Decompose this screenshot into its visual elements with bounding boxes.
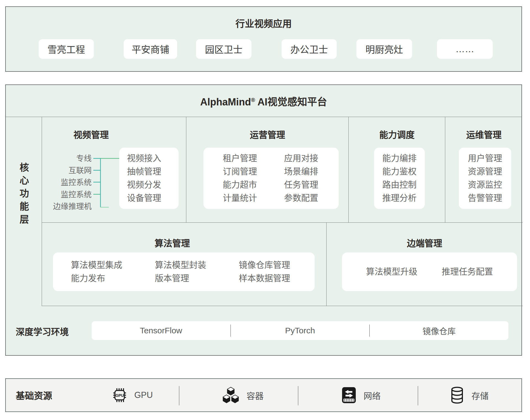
algorithm-management-title: 算法管理 xyxy=(131,238,214,249)
edge-item: 算法模型升级 xyxy=(366,267,417,277)
section-edge-management: 边端管理 算法模型升级 推理任务配置 xyxy=(327,223,523,306)
dl-item-label: TensorFlow xyxy=(140,326,182,335)
algo-item: 算法模型封装 xyxy=(155,260,206,270)
infra-item-label: GPU xyxy=(134,390,153,400)
infra-storage: 存储 xyxy=(449,379,489,411)
algo-item: 样本数据管理 xyxy=(239,273,290,284)
dl-item-pytorch: PyTorch xyxy=(231,321,370,340)
infra-network: 网络 xyxy=(341,379,381,411)
industry-title: 行业视频应用 xyxy=(6,18,521,29)
section-video-management: 视频管理 专线 互联网 监控系统 监控系统 边缘推理机 xyxy=(42,117,186,222)
infra-divider xyxy=(298,386,298,405)
video-source: 互联网 xyxy=(47,165,92,177)
gpu-chip-text: GPU xyxy=(115,393,124,398)
algorithm-management-box: 算法模型集成 能力发布 算法模型封装 版本管理 镜像仓库管理 样本数据管理 xyxy=(53,252,315,291)
video-item: 视频分发 xyxy=(127,180,179,190)
core-function-layer-column: 核心功能层 xyxy=(6,117,42,306)
base-resources-label: 基础资源 xyxy=(16,379,52,411)
dl-item-image-repo: 镜像仓库 xyxy=(370,321,508,340)
om-item: 用户管理 xyxy=(468,153,502,164)
app-chip-ellipsis: …… xyxy=(437,39,493,59)
video-source-connector xyxy=(92,155,122,210)
section-om-management: 运维管理 用户管理 资源管理 资源监控 告警管理 xyxy=(445,117,523,222)
deep-learning-pill: TensorFlow PyTorch 镜像仓库 xyxy=(92,321,508,340)
edge-item: 推理任务配置 xyxy=(442,267,493,277)
platform-brand: AlphaMind xyxy=(200,96,251,108)
om-management-box: 用户管理 资源管理 资源监控 告警管理 xyxy=(459,148,511,209)
core-row-2: 算法管理 算法模型集成 能力发布 算法模型封装 版本管理 镜像仓库管理 样本数据… xyxy=(42,223,523,306)
gpu-chip-icon: GPU xyxy=(112,387,128,403)
base-resources-panel: 基础资源 GPU GPU xyxy=(5,378,522,412)
video-source: 监控系统 xyxy=(47,177,92,188)
architecture-diagram: 行业视频应用 雪亮工程 平安商铺 园区卫士 办公卫士 明厨亮灶 …… Alpha… xyxy=(0,0,530,420)
network-switch-icon xyxy=(341,387,357,404)
section-capability-scheduling: 能力调度 能力编排 能力鉴权 路由控制 推理分析 xyxy=(349,117,445,222)
app-chip-pingan: 平安商铺 xyxy=(124,39,177,59)
om-management-title: 运维管理 xyxy=(445,129,523,140)
video-source: 边缘推理机 xyxy=(47,201,92,212)
sched-item: 推理分析 xyxy=(382,193,417,203)
video-source: 专线 xyxy=(47,153,92,164)
app-chip-label: 明厨亮灶 xyxy=(365,42,403,56)
video-management-box: 视频接入 抽帧管理 视频分发 设备管理 xyxy=(119,148,179,209)
core-row-1: 视频管理 专线 互联网 监控系统 监控系统 边缘推理机 xyxy=(42,117,523,223)
infra-container: 容器 xyxy=(222,379,264,411)
video-item: 视频接入 xyxy=(127,153,179,164)
algo-item: 能力发布 xyxy=(71,273,122,284)
section-operations-management: 运营管理 租户管理 订阅管理 能力超市 计量统计 应用对接 场景编排 任务管理 … xyxy=(186,117,349,222)
operations-management-title: 运营管理 xyxy=(186,129,349,140)
ops-item: 场景编排 xyxy=(284,166,318,177)
infra-item-label: 存储 xyxy=(471,389,489,402)
infra-item-label: 网络 xyxy=(364,389,381,402)
video-item: 抽帧管理 xyxy=(127,166,179,177)
operations-management-box: 租户管理 订阅管理 能力超市 计量统计 应用对接 场景编排 任务管理 参数配置 xyxy=(203,148,339,209)
video-item: 设备管理 xyxy=(127,193,179,203)
ops-item: 能力超市 xyxy=(223,180,257,190)
deep-learning-row: 深度学习环境 TensorFlow PyTorch 镜像仓库 xyxy=(6,306,523,356)
sched-item: 路由控制 xyxy=(382,180,417,190)
app-chip-bangong: 办公卫士 xyxy=(282,39,337,59)
edge-management-title: 边端管理 xyxy=(327,238,523,249)
section-algorithm-management: 算法管理 算法模型集成 能力发布 算法模型封装 版本管理 镜像仓库管理 样本数据… xyxy=(42,223,327,306)
infra-divider xyxy=(179,386,179,405)
om-item: 资源管理 xyxy=(468,166,502,177)
app-chip-xueliang: 雪亮工程 xyxy=(39,39,94,59)
industry-apps-panel: 行业视频应用 雪亮工程 平安商铺 园区卫士 办公卫士 明厨亮灶 …… xyxy=(5,6,522,72)
video-source: 监控系统 xyxy=(47,189,92,201)
algo-col-1: 算法模型集成 能力发布 xyxy=(71,252,122,291)
ops-item: 订阅管理 xyxy=(223,166,257,177)
platform-title-rest: AI视觉感知平台 xyxy=(255,96,327,108)
video-management-title: 视频管理 xyxy=(58,129,124,140)
ops-item: 应用对接 xyxy=(284,153,318,164)
registered-mark: ® xyxy=(251,97,255,103)
app-chip-label: 平安商铺 xyxy=(132,42,169,56)
ops-item: 参数配置 xyxy=(284,193,318,203)
ops-item: 计量统计 xyxy=(223,193,257,203)
app-chip-label: 办公卫士 xyxy=(290,42,328,56)
app-chip-label: 雪亮工程 xyxy=(47,42,85,56)
platform-panel: AlphaMind® AI视觉感知平台 核心功能层 视频管理 专线 互联网 监控… xyxy=(5,84,522,356)
dl-item-label: 镜像仓库 xyxy=(423,325,456,337)
container-cubes-icon xyxy=(222,387,240,404)
operations-col-1: 租户管理 订阅管理 能力超市 计量统计 xyxy=(223,148,257,209)
dl-item-label: PyTorch xyxy=(285,326,315,335)
algo-col-2: 算法模型封装 版本管理 xyxy=(155,252,206,291)
deep-learning-label: 深度学习环境 xyxy=(16,306,69,356)
app-chip-label: 园区卫士 xyxy=(205,42,243,56)
edge-management-box: 算法模型升级 推理任务配置 xyxy=(342,252,517,291)
dl-item-tensorflow: TensorFlow xyxy=(92,321,230,340)
capability-scheduling-box: 能力编排 能力鉴权 路由控制 推理分析 xyxy=(374,148,425,209)
om-item: 告警管理 xyxy=(468,193,502,203)
core-function-layer-label: 核心功能层 xyxy=(17,163,31,227)
ops-item: 任务管理 xyxy=(284,180,318,190)
capability-scheduling-title: 能力调度 xyxy=(349,129,445,140)
platform-title: AlphaMind® AI视觉感知平台 xyxy=(200,94,327,108)
algo-item: 镜像仓库管理 xyxy=(239,260,290,270)
ops-item: 租户管理 xyxy=(223,153,257,164)
infra-item-label: 容器 xyxy=(247,389,264,402)
app-chip-yuanqu: 园区卫士 xyxy=(196,39,251,59)
storage-database-icon xyxy=(449,386,465,404)
operations-col-2: 应用对接 场景编排 任务管理 参数配置 xyxy=(284,148,318,209)
app-chip-label: …… xyxy=(455,44,474,54)
sched-item: 能力编排 xyxy=(382,153,417,164)
